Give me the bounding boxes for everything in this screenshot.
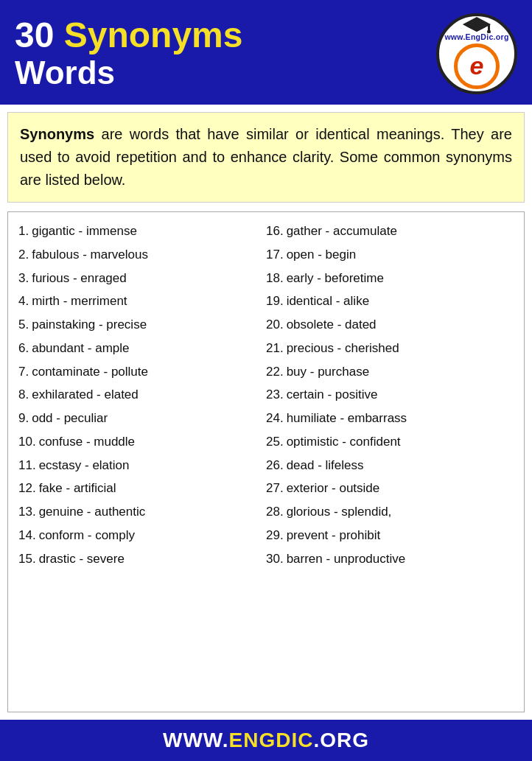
list-item: 26.dead - lifeless [266,454,514,477]
list-item: 12.fake - artificial [18,477,266,500]
logo-e-circle: e [454,43,500,89]
item-text: exhilarated - elated [32,387,139,401]
item-text: barren - unproductive [287,552,406,566]
description-rest: are words that have similar or identical… [20,126,512,188]
item-text: confuse - muddle [39,435,135,449]
item-number: 19. [266,294,284,308]
list-item: 18.early - beforetime [266,267,514,290]
item-number: 7. [18,365,29,379]
item-number: 18. [266,271,284,285]
item-text: odd - peculiar [32,411,108,425]
footer-engdic: ENGDIC [229,729,314,751]
footer-section: WWW.ENGDIC.ORG [0,720,532,761]
item-number: 11. [18,458,36,472]
list-item: 8.exhilarated - elated [18,383,266,407]
footer-www: WWW. [163,729,229,751]
item-text: abundant - ample [32,341,129,355]
right-list: 16.gather - accumulate17.open - begin18.… [266,220,514,570]
item-number: 4. [18,294,29,308]
list-item: 24.humiliate - embarrass [266,407,514,430]
title-synonyms: Synonyms [64,15,243,55]
footer-text: WWW.ENGDIC.ORG [15,729,517,752]
item-text: buy - purchase [287,365,369,379]
list-item: 5.painstaking - precise [18,313,266,337]
list-item: 17.open - begin [266,243,514,267]
svg-marker-1 [463,24,491,32]
item-text: ecstasy - elation [39,458,130,472]
list-item: 3.furious - enraged [18,267,266,290]
item-text: contaminate - pollute [32,365,148,379]
item-number: 24. [266,411,284,425]
list-item: 20.obsolete - dated [266,313,514,337]
item-number: 13. [18,505,36,519]
list-item: 6.abundant - ample [18,337,266,360]
title-line1: 30 Synonyms [15,16,242,55]
list-item: 30.barren - unproductive [266,547,514,571]
item-text: early - beforetime [287,271,384,285]
list-item: 27.exterior - outside [266,477,514,500]
logo-e-letter: e [470,52,484,80]
item-number: 30. [266,552,284,566]
list-item: 23.certain - positive [266,383,514,407]
list-item: 22.buy - purchase [266,360,514,384]
item-number: 10. [18,435,36,449]
description-box: Synonyms are words that have similar or … [7,112,525,203]
item-text: humiliate - embarrass [287,411,407,425]
list-item: 16.gather - accumulate [266,220,514,243]
logo-url: www.EngDic.org [444,33,508,42]
item-number: 29. [266,528,284,542]
title-line2: Words [15,55,242,91]
item-text: certain - positive [287,387,378,401]
item-text: fake - artificial [39,481,116,495]
item-number: 15. [18,552,36,566]
header-title: 30 Synonyms Words [15,16,242,91]
item-number: 27. [266,481,284,495]
item-number: 22. [266,365,284,379]
item-number: 20. [266,318,284,332]
list-item: 19.identical - alike [266,290,514,313]
item-number: 25. [266,435,284,449]
item-text: identical - alike [287,294,369,308]
item-text: furious - enraged [32,271,127,285]
item-text: conform - comply [39,528,135,542]
list-item: 13.genuine - authentic [18,500,266,524]
title-30: 30 [15,15,64,55]
item-number: 8. [18,387,29,401]
graduation-cap-icon [463,17,491,33]
list-item: 29.prevent - prohibit [266,524,514,547]
item-number: 1. [18,224,29,238]
item-text: open - begin [287,248,357,262]
header-section: 30 Synonyms Words www.EngDic.org e [0,0,532,105]
left-column: 1.gigantic - immense2.fabulous - marvelo… [18,220,266,570]
item-text: drastic - severe [39,552,125,566]
list-item: 10.confuse - muddle [18,430,266,454]
item-text: gigantic - immense [32,224,137,238]
list-columns: 1.gigantic - immense2.fabulous - marvelo… [18,220,514,570]
item-text: prevent - prohibit [287,528,381,542]
item-text: gather - accumulate [287,224,397,238]
item-text: exterior - outside [287,481,380,495]
item-number: 3. [18,271,29,285]
item-number: 23. [266,387,284,401]
item-number: 14. [18,528,36,542]
list-item: 4.mirth - merriment [18,290,266,313]
logo: www.EngDic.org e [436,13,517,94]
item-text: precious - cherished [287,341,399,355]
list-item: 9.odd - peculiar [18,407,266,430]
item-text: painstaking - precise [32,318,147,332]
list-item: 11.ecstasy - elation [18,454,266,477]
item-text: genuine - authentic [39,505,146,519]
list-item: 28.glorious - splendid, [266,500,514,524]
item-text: fabulous - marvelous [32,248,148,262]
footer-org: .ORG [313,729,369,751]
logo-inner: www.EngDic.org e [439,16,514,91]
right-column: 16.gather - accumulate17.open - begin18.… [266,220,514,570]
item-text: obsolete - dated [287,318,377,332]
item-number: 9. [18,411,29,425]
list-item: 1.gigantic - immense [18,220,266,243]
item-text: mirth - merriment [32,294,127,308]
list-item: 7.contaminate - pollute [18,360,266,384]
synonyms-list-box: 1.gigantic - immense2.fabulous - marvelo… [7,211,525,712]
description-text: Synonyms are words that have similar or … [20,123,512,192]
item-number: 17. [266,248,284,262]
